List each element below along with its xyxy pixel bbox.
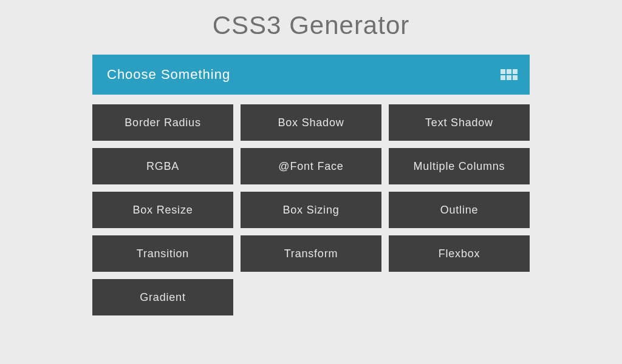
option-multiple-columns[interactable]: Multiple Columns (389, 148, 530, 184)
option-outline[interactable]: Outline (389, 192, 530, 228)
option-transform[interactable]: Transform (241, 235, 381, 272)
page-title: CSS3 Generator (0, 0, 622, 55)
option-label: Outline (440, 204, 479, 217)
option-box-resize[interactable]: Box Resize (92, 192, 233, 228)
option-label: Flexbox (439, 248, 480, 260)
option-label: Transform (284, 248, 338, 260)
option-label: Gradient (140, 291, 185, 304)
option-label: Multiple Columns (414, 160, 505, 173)
choose-bar[interactable]: Choose Something (92, 55, 530, 95)
choose-bar-label: Choose Something (107, 67, 230, 83)
option-border-radius[interactable]: Border Radius (92, 104, 233, 141)
option-label: RGBA (146, 160, 179, 173)
option-rgba[interactable]: RGBA (92, 148, 233, 184)
option-label: @Font Face (278, 160, 343, 173)
option-transition[interactable]: Transition (92, 235, 233, 272)
option-box-shadow[interactable]: Box Shadow (241, 104, 381, 141)
option-text-shadow[interactable]: Text Shadow (389, 104, 530, 141)
main-container: Choose Something Border RadiusBox Shadow… (92, 55, 530, 315)
option-label: Transition (137, 248, 189, 260)
options-grid: Border RadiusBox ShadowText ShadowRGBA@F… (92, 104, 530, 315)
option-box-sizing[interactable]: Box Sizing (241, 192, 381, 228)
grid-icon (501, 69, 518, 80)
option-label: Box Shadow (278, 116, 344, 129)
option-label: Box Sizing (282, 204, 339, 217)
option-font-face[interactable]: @Font Face (241, 148, 381, 184)
option-label: Box Resize (132, 204, 193, 217)
option-flexbox[interactable]: Flexbox (389, 235, 530, 272)
option-gradient[interactable]: Gradient (92, 279, 233, 315)
option-label: Border Radius (125, 116, 200, 129)
option-label: Text Shadow (425, 116, 493, 129)
